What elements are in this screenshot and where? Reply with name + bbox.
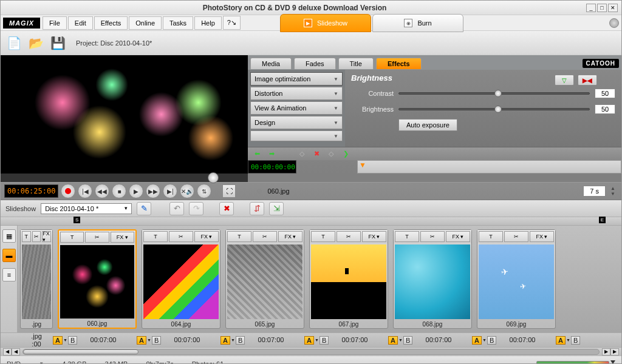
contrast-slider[interactable] xyxy=(398,92,590,95)
nav-delete-button[interactable]: ✖ xyxy=(311,149,322,159)
panel-tab-title[interactable]: Title xyxy=(338,58,374,69)
clip-text-button[interactable]: T xyxy=(395,231,419,242)
mode-tab-slideshow[interactable]: ▶Slideshow xyxy=(280,14,371,32)
storyboard-clip[interactable]: T ✂ FX ▾ 065.jpg xyxy=(225,229,304,329)
transition-chevron-icon[interactable]: ▼ xyxy=(566,338,571,342)
contrast-value[interactable]: 50 xyxy=(595,89,615,98)
menu-tasks[interactable]: Tasks xyxy=(163,16,193,30)
clip-text-button[interactable]: T xyxy=(311,231,335,242)
reset-effect-button[interactable]: ▶◀ xyxy=(578,75,597,86)
effect-item-empty[interactable]: ▼ xyxy=(250,130,343,141)
storyboard-clip[interactable]: T ✂ FX ▾ 067.jpg xyxy=(309,229,388,329)
storyboard-clip[interactable]: T ✂ FX ▾ .jpg xyxy=(20,229,53,329)
fullscreen-button[interactable]: ⛶ xyxy=(222,184,236,198)
menu-file[interactable]: File xyxy=(43,16,67,30)
clip-cut-button[interactable]: ✂ xyxy=(169,231,193,242)
mode-tab-burn[interactable]: ◉Burn xyxy=(372,14,463,32)
clip-cut-button[interactable]: ✂ xyxy=(32,231,41,242)
storyboard-clip[interactable]: T ✂ FX ▾ 060.jpg xyxy=(58,229,137,329)
slideshow-select[interactable]: Disc 2010-04-10 * xyxy=(41,203,132,214)
panel-tab-fades[interactable]: Fades xyxy=(294,58,336,69)
ruler-playhead-icon[interactable]: ▼ xyxy=(359,161,366,169)
minimize-button[interactable]: _ xyxy=(586,4,596,12)
clip-fx-button[interactable]: FX ▾ xyxy=(278,231,302,242)
menu-edit[interactable]: Edit xyxy=(68,16,93,30)
effect-item-distortion[interactable]: Distortion▼ xyxy=(250,87,343,100)
auto-exposure-button[interactable]: Auto exposure xyxy=(398,119,457,131)
storyboard-clip[interactable]: T ✂ FX ▾ 069.jpg xyxy=(477,229,556,329)
storyboard-scrollbar[interactable] xyxy=(22,349,600,355)
scroll-left2-button[interactable]: ◀ xyxy=(12,348,20,356)
skip-start-button[interactable]: |◀ xyxy=(78,184,92,198)
panel-tab-media[interactable]: Media xyxy=(250,58,292,69)
rewind-button[interactable]: ◀◀ xyxy=(95,184,109,198)
scroll-right-button[interactable]: ▶ xyxy=(602,348,610,356)
skip-end-button[interactable]: ▶| xyxy=(163,184,177,198)
effect-item-image-optimization[interactable]: Image optimization▼ xyxy=(250,72,343,86)
clip-text-button[interactable]: T xyxy=(143,231,168,242)
status-chevron-icon[interactable]: ▼ xyxy=(39,361,44,364)
end-marker[interactable]: E xyxy=(599,217,606,223)
export-button[interactable]: ⇲ xyxy=(269,202,284,215)
clip-fx-button[interactable]: FX ▾ xyxy=(362,231,386,242)
brightness-value[interactable]: 50 xyxy=(595,104,615,114)
preview-scrubber[interactable] xyxy=(1,174,248,182)
nav-prev-key-button[interactable]: ⬅ xyxy=(251,149,262,159)
clip-fx-button[interactable]: FX ▾ xyxy=(446,231,470,242)
undo-button[interactable]: ↶ xyxy=(169,202,184,215)
nav-next-key-button[interactable]: ➡ xyxy=(266,149,277,159)
menu-online[interactable]: Online xyxy=(129,16,162,30)
record-button[interactable] xyxy=(61,184,75,198)
start-marker[interactable]: S xyxy=(73,217,80,223)
storyboard-clip[interactable]: T ✂ FX ▾ 068.jpg xyxy=(393,229,472,329)
catooh-logo[interactable]: CATOOH xyxy=(583,59,619,68)
delete-clip-button[interactable]: ✖ xyxy=(219,202,234,215)
clip-text-button[interactable]: T xyxy=(22,231,31,242)
menu-help[interactable]: Help xyxy=(194,16,222,30)
clip-cut-button[interactable]: ✂ xyxy=(85,232,109,243)
transition-b-badge[interactable]: B xyxy=(571,336,580,345)
view-grid-button[interactable]: ▦ xyxy=(2,229,16,243)
clip-cut-button[interactable]: ✂ xyxy=(420,231,445,242)
clip-duration-input[interactable]: 7 s xyxy=(583,186,606,197)
stop-button[interactable]: ■ xyxy=(112,184,126,198)
nav-add-button[interactable]: ❯ xyxy=(340,149,351,159)
effect-item-view-animation[interactable]: View & Animation▼ xyxy=(250,101,343,115)
nav-diamond1[interactable]: ◇ xyxy=(296,149,307,159)
clip-cut-button[interactable]: ✂ xyxy=(337,231,361,242)
scroll-left-button[interactable]: ◀ xyxy=(3,348,12,356)
open-folder-icon[interactable]: 📂 xyxy=(27,35,44,52)
clip-text-button[interactable]: T xyxy=(227,231,251,242)
effect-item-design[interactable]: Design▼ xyxy=(250,116,343,129)
storyboard-clip[interactable]: T ✂ FX ▾ 064.jpg xyxy=(142,229,220,329)
split-button[interactable]: ⇵ xyxy=(250,202,264,215)
mute-button[interactable]: ✕🔊 xyxy=(180,184,194,198)
clip-text-button[interactable]: T xyxy=(479,231,503,242)
scrollbar-thumb[interactable] xyxy=(23,349,138,354)
contrast-slider-thumb[interactable] xyxy=(494,90,502,97)
close-button[interactable]: ✕ xyxy=(608,4,618,12)
panel-tab-effects[interactable]: Effects xyxy=(376,58,422,69)
duration-chevron-icon[interactable]: ▲▼ xyxy=(608,186,618,197)
effect-ruler[interactable]: ▼ xyxy=(357,160,621,174)
menu-effects[interactable]: Effects xyxy=(94,16,128,30)
nav-diamond2[interactable]: ◇ xyxy=(326,149,337,159)
scroll-right2-button[interactable]: ▶ xyxy=(610,348,619,356)
volume-button[interactable]: ⇅ xyxy=(197,184,211,198)
apply-effect-button[interactable]: ▽ xyxy=(555,75,574,86)
globe-icon[interactable] xyxy=(609,18,619,28)
brightness-slider-thumb[interactable] xyxy=(494,106,502,113)
clip-fx-button[interactable]: FX ▾ xyxy=(111,232,134,243)
maximize-button[interactable]: □ xyxy=(597,4,607,12)
transition-a-badge[interactable]: A xyxy=(556,336,566,345)
clip-fx-button[interactable]: FX ▾ xyxy=(42,231,51,242)
redo-button[interactable]: ↷ xyxy=(189,202,203,215)
view-timeline-button[interactable]: ≡ xyxy=(2,268,16,281)
clip-fx-button[interactable]: FX ▾ xyxy=(530,231,554,242)
clip-cut-button[interactable]: ✂ xyxy=(253,231,277,242)
clip-cut-button[interactable]: ✂ xyxy=(504,231,528,242)
new-project-icon[interactable]: 📄 xyxy=(5,35,22,52)
brightness-slider[interactable] xyxy=(398,108,590,110)
preview-scrubber-thumb[interactable] xyxy=(208,172,219,183)
play-button[interactable]: ▶ xyxy=(129,184,143,198)
